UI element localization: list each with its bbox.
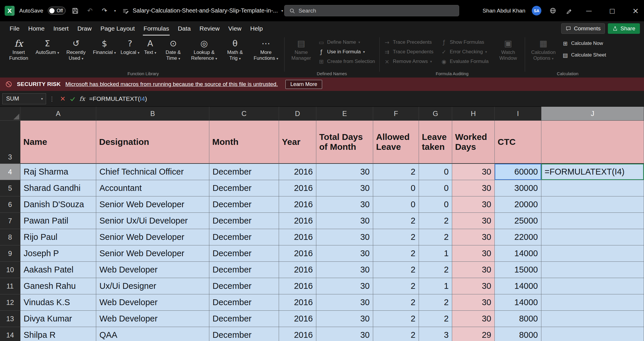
row-header-3[interactable]: 3 (0, 121, 20, 164)
watch-window-button[interactable]: ▣ Watch Window (494, 36, 523, 61)
cell-g8[interactable]: 2 (419, 229, 452, 245)
financial-button[interactable]: $ Financial ▾ (91, 36, 118, 55)
cell-f3[interactable]: Allowed Leave (373, 121, 419, 164)
cell-h8[interactable]: 30 (452, 229, 495, 245)
cell-j14[interactable] (541, 327, 644, 341)
cell-c12[interactable]: December (209, 294, 279, 311)
user-name[interactable]: Shan Abdul Khan (482, 8, 525, 14)
cell-f12[interactable]: 2 (373, 294, 419, 311)
evaluate-formula-button[interactable]: ◉ Evaluate Formula (438, 57, 491, 66)
remove-arrows-button[interactable]: × Remove Arrows ▾ (382, 57, 436, 66)
cell-d6[interactable]: 2016 (279, 196, 316, 213)
define-name-button[interactable]: ▭ Define Name ▾ (316, 38, 377, 47)
cell-i10[interactable]: 15000 (495, 262, 541, 278)
column-header-j[interactable]: J (541, 107, 644, 121)
tab-draw[interactable]: Draw (73, 21, 96, 36)
cell-e6[interactable]: 30 (316, 196, 373, 213)
cell-e9[interactable]: 30 (316, 245, 373, 262)
cell-a8[interactable]: Rijo Paul (20, 229, 96, 245)
cell-b4[interactable]: Chief Technical Officer (96, 164, 209, 180)
tab-page-layout[interactable]: Page Layout (96, 21, 139, 36)
calculate-now-button[interactable]: ⊞ Calculate Now (560, 39, 608, 48)
cell-b10[interactable]: Web Developer (96, 262, 209, 278)
cell-a12[interactable]: Vinudas K.S (20, 294, 96, 311)
cell-a9[interactable]: Joseph P (20, 245, 96, 262)
tab-help[interactable]: Help (246, 21, 267, 36)
cell-c13[interactable]: December (209, 311, 279, 327)
row-header-7[interactable]: 7 (0, 213, 20, 229)
cell-g3[interactable]: Leave taken (419, 121, 452, 164)
cell-c3[interactable]: Month (209, 121, 279, 164)
show-formulas-button[interactable]: ƒ Show Formulas (438, 38, 491, 47)
cancel-entry-button[interactable] (58, 93, 68, 104)
cell-a4[interactable]: Raj Sharma (20, 164, 96, 180)
cell-c10[interactable]: December (209, 262, 279, 278)
cell-b13[interactable]: Web Developer (96, 311, 209, 327)
insert-function-button[interactable]: fx Insert Function (4, 36, 33, 61)
cell-b7[interactable]: Senior Ux/Ui Developer (96, 213, 209, 229)
cell-g14[interactable]: 3 (419, 327, 452, 341)
row-header-4[interactable]: 4 (0, 164, 20, 180)
cell-i7[interactable]: 25000 (495, 213, 541, 229)
cell-j13[interactable] (541, 311, 644, 327)
cell-h6[interactable]: 30 (452, 196, 495, 213)
cell-e4[interactable]: 30 (316, 164, 373, 180)
cell-i3[interactable]: CTC (495, 121, 541, 164)
cell-f13[interactable]: 2 (373, 311, 419, 327)
cell-i11[interactable]: 14000 (495, 278, 541, 294)
column-header-g[interactable]: G (419, 107, 452, 121)
cell-h10[interactable]: 30 (452, 262, 495, 278)
cell-g10[interactable]: 2 (419, 262, 452, 278)
column-header-h[interactable]: H (452, 107, 495, 121)
cell-f6[interactable]: 0 (373, 196, 419, 213)
cell-d7[interactable]: 2016 (279, 213, 316, 229)
cell-g4[interactable]: 0 (419, 164, 452, 180)
minimize-button[interactable]: — (580, 0, 597, 21)
tab-data[interactable]: Data (173, 21, 195, 36)
cell-d8[interactable]: 2016 (279, 229, 316, 245)
cell-d10[interactable]: 2016 (279, 262, 316, 278)
row-header-6[interactable]: 6 (0, 196, 20, 213)
document-title[interactable]: Salary-Calculation-Sheet-and-Salary-Slip… (133, 0, 283, 21)
cell-a5[interactable]: Sharad Gandhi (20, 180, 96, 196)
tab-home[interactable]: Home (24, 21, 49, 36)
cell-i14[interactable]: 8000 (495, 327, 541, 341)
cell-h3[interactable]: Worked Days (452, 121, 495, 164)
cell-d13[interactable]: 2016 (279, 311, 316, 327)
worksheet[interactable]: A B C D E F G H I J 3 Name Designation M… (0, 107, 644, 341)
globe-icon[interactable] (548, 6, 558, 16)
tab-file[interactable]: File (5, 21, 24, 36)
text-button[interactable]: A Text ▾ (142, 36, 159, 55)
cell-e3[interactable]: Total Days of Month (316, 121, 373, 164)
tab-insert[interactable]: Insert (49, 21, 73, 36)
cell-a11[interactable]: Ganesh Rahu (20, 278, 96, 294)
share-button[interactable]: Share (608, 23, 640, 34)
date-time-button[interactable]: ⊙ Date & Time ▾ (159, 36, 188, 61)
cell-j8[interactable] (541, 229, 644, 245)
cell-i9[interactable]: 14000 (495, 245, 541, 262)
cell-g12[interactable]: 2 (419, 294, 452, 311)
row-header-11[interactable]: 11 (0, 278, 20, 294)
comments-button[interactable]: Comments (561, 23, 605, 34)
calculate-sheet-button[interactable]: ▤ Calculate Sheet (560, 51, 608, 59)
row-header-9[interactable]: 9 (0, 245, 20, 262)
cell-e7[interactable]: 30 (316, 213, 373, 229)
cell-j9[interactable] (541, 245, 644, 262)
cell-f7[interactable]: 2 (373, 213, 419, 229)
cell-d9[interactable]: 2016 (279, 245, 316, 262)
cell-c4[interactable]: December (209, 164, 279, 180)
search-box[interactable]: Search (284, 5, 459, 16)
undo-icon[interactable]: ↶ (85, 6, 95, 16)
cell-c5[interactable]: December (209, 180, 279, 196)
cell-f11[interactable]: 2 (373, 278, 419, 294)
recently-used-button[interactable]: ↺ Recently Used ▾ (62, 36, 91, 61)
customize-quick-access-toolbar-icon[interactable] (120, 6, 130, 16)
column-header-e[interactable]: E (316, 107, 373, 121)
cell-h4[interactable]: 30 (452, 164, 495, 180)
cell-h5[interactable]: 30 (452, 180, 495, 196)
tab-formulas[interactable]: Formulas (139, 21, 173, 36)
calculation-options-button[interactable]: ▦ Calculation Options ▾ (527, 36, 560, 61)
column-header-f[interactable]: F (373, 107, 419, 121)
cell-b14[interactable]: QAA (96, 327, 209, 341)
error-checking-button[interactable]: ✓ Error Checking ▾ (438, 48, 491, 56)
